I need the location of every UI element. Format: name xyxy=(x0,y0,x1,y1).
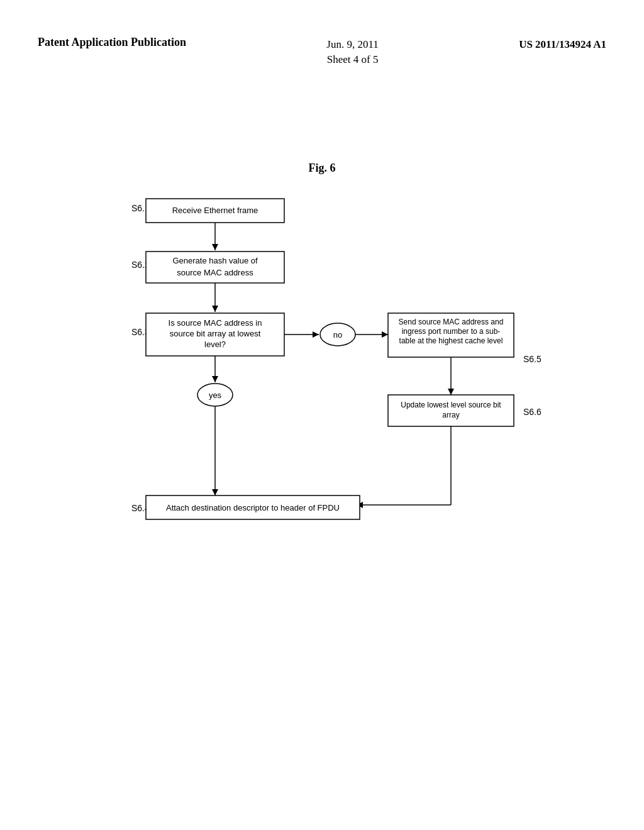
s62-text-2: source MAC address xyxy=(177,268,253,277)
s65-text-1: Send source MAC address and xyxy=(399,318,504,326)
no-label: no xyxy=(333,330,342,340)
arrowhead-s63-yes xyxy=(212,376,218,382)
yes-label: yes xyxy=(209,390,222,400)
s66-label: S6.6 xyxy=(523,407,541,417)
s62-text-1: Generate hash value of xyxy=(172,256,258,265)
arrowhead-s63-no xyxy=(313,331,319,338)
s63-text-2: source bit array at lowest xyxy=(170,329,261,338)
s64-text: Attach destination descriptor to header … xyxy=(166,503,340,512)
publication-title: Patent Application Publication xyxy=(38,35,186,50)
s63-text-3: level? xyxy=(204,340,226,349)
s66-text-1: Update lowest level source bit xyxy=(401,401,501,409)
arrowhead-yes-s64 xyxy=(212,489,218,495)
header: Patent Application Publication Jun. 9, 2… xyxy=(0,0,644,67)
s61-text: Receive Ethernet frame xyxy=(172,206,258,215)
arrowhead-s61-s62 xyxy=(212,244,218,250)
publication-date: Jun. 9, 2011 Sheet 4 of 5 xyxy=(326,35,379,67)
arrowhead-no-s65 xyxy=(382,331,388,338)
s65-label: S6.5 xyxy=(523,354,541,364)
flowchart-diagram: S6.1 Receive Ethernet frame S6.2 Generat… xyxy=(86,194,558,602)
arrowhead-s62-s63 xyxy=(212,306,218,312)
s63-text-1: Is source MAC address in xyxy=(169,318,262,328)
s66-text-2: array xyxy=(442,411,459,419)
arrowhead-s65-s66 xyxy=(448,389,454,395)
page: Patent Application Publication Jun. 9, 2… xyxy=(0,0,644,830)
figure-label: Fig. 6 xyxy=(0,67,644,175)
s65-text-2: ingress port number to a sub- xyxy=(402,327,501,336)
s65-text-3: table at the highest cache level xyxy=(399,336,503,345)
patent-number: US 2011/134924 A1 xyxy=(519,35,606,52)
